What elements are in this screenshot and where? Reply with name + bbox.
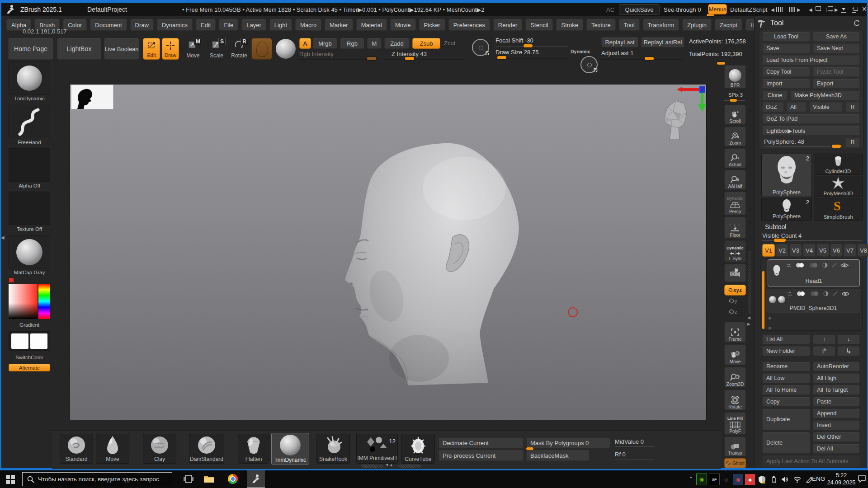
capture-tray-icon[interactable]: ◌ [722, 474, 731, 485]
adjust-last-slider[interactable]: AdjustLast 1 [601, 50, 634, 56]
list-all-button[interactable]: List All [762, 334, 810, 344]
adjust-last-track[interactable] [601, 59, 683, 59]
rotate-button[interactable]: R Rotate [229, 39, 250, 60]
subtool-item-pm3d-sphere[interactable]: PM3D_Sphere3D1 [766, 288, 861, 314]
m-button[interactable]: M [367, 38, 382, 49]
polysphere-slider[interactable]: PolySphere. 48 [764, 138, 804, 145]
polypaint-icon[interactable] [795, 263, 805, 268]
switch-color-swatches[interactable] [9, 331, 50, 351]
brush-imm-primitives[interactable]: 12 IMM PrimitivesH [356, 434, 398, 464]
zcut-button[interactable]: Zcut [444, 40, 455, 47]
wifi-tray-icon[interactable] [792, 474, 802, 485]
visibility-eye-icon[interactable] [841, 291, 849, 296]
subtool-up-button[interactable]: ↑ [813, 334, 835, 344]
autoreorder-button[interactable]: AutoReorder [813, 361, 860, 371]
nvidia-tray-icon[interactable]: ◉ [696, 474, 707, 485]
sv-square[interactable] [9, 284, 38, 319]
tab-v3[interactable]: V3 [789, 244, 802, 257]
archive-tray-icon[interactable]: ▣ [733, 474, 743, 485]
hue-strip[interactable] [38, 284, 50, 319]
import-button[interactable]: Import [762, 79, 810, 89]
persp-button[interactable]: Dynamic Persp [724, 192, 746, 215]
goz-button[interactable]: GoZ [762, 102, 784, 112]
flatten-subtool-icon[interactable] [786, 263, 792, 267]
dynamic-mode-button[interactable]: D [580, 56, 598, 73]
tray-divider-handle[interactable] [717, 62, 725, 65]
menus-button[interactable]: Menus [708, 4, 727, 14]
spix-handle[interactable] [730, 99, 737, 102]
usb-tray-icon[interactable] [769, 474, 778, 485]
append-button[interactable]: Append [813, 408, 860, 418]
transp-button[interactable]: Transp [724, 436, 746, 456]
current-alpha-thumb[interactable] [9, 148, 50, 182]
menu-light[interactable]: Light [269, 19, 292, 31]
default-zscript-button[interactable]: DefaultZScript [730, 6, 767, 13]
see-through-slider[interactable]: See-through 0 [664, 6, 701, 13]
adjust-last-handle[interactable] [645, 57, 654, 60]
replay-last-rel-button[interactable]: ReplayLastRel [641, 37, 684, 47]
delete-button[interactable]: Delete [762, 432, 810, 454]
decimate-current-button[interactable]: Decimate Current [439, 437, 524, 448]
subtool-down-button[interactable]: ↓ [837, 334, 860, 344]
paintbrush-icon[interactable] [832, 291, 838, 296]
move-button[interactable]: M Move [183, 39, 203, 60]
draw-button[interactable]: Draw [162, 38, 179, 60]
mask-by-polygroups-button[interactable]: Mask By Polygroups 0 [526, 437, 610, 448]
menu-draw[interactable]: Draw [130, 19, 154, 31]
tab-v7[interactable]: V7 [844, 244, 856, 257]
current-material-thumb[interactable] [9, 235, 50, 268]
polysphere-track[interactable] [764, 146, 842, 147]
shelf-scroll-left-arrow[interactable]: ◀ [747, 315, 750, 320]
paste-subtool-button[interactable]: Paste [813, 397, 860, 407]
goz-all-button[interactable]: All [787, 102, 807, 112]
brush-damstandard[interactable]: DamStandard [189, 434, 224, 464]
subtool-scrollbar[interactable] [762, 271, 764, 329]
tray-chevron-icon[interactable]: ⌃ [689, 476, 693, 482]
tool-thumb-cylinder3d[interactable]: Cylinder3D [814, 154, 863, 175]
main-color-swatch[interactable] [11, 333, 28, 349]
save-button[interactable]: Save [762, 43, 810, 53]
menu-texture[interactable]: Texture [586, 19, 616, 31]
new-folder-button[interactable]: New Folder [762, 346, 810, 356]
local-symmetry-button[interactable]: Dynamic L.Sym [724, 240, 746, 262]
polypaint-icon[interactable] [796, 291, 806, 296]
brush-curvetube[interactable]: CurveTube [401, 434, 435, 464]
brush-clay[interactable]: Clay [143, 434, 176, 464]
close-button[interactable]: ✕ [862, 5, 867, 13]
zsub-button[interactable]: Zsub [412, 38, 440, 49]
chrome-button[interactable] [228, 474, 238, 484]
save-next-button[interactable]: Save Next [813, 43, 860, 53]
rgb-intensity-track[interactable] [299, 59, 375, 59]
move3d-button[interactable]: Move [724, 344, 746, 365]
rf-slider[interactable]: Rf 0 [615, 451, 626, 458]
zbrush-taskbar-button[interactable] [247, 470, 265, 488]
tool-thumb-polysphere[interactable]: 2 PolySphere [761, 154, 812, 197]
zoom3d-button[interactable]: Zoom3D [724, 367, 746, 388]
scale-button[interactable]: S Scale [206, 39, 227, 60]
menu-preferences[interactable]: Preferences [448, 19, 490, 31]
doc-cascade-right-icon[interactable]: ▶ [826, 6, 838, 13]
midvalue-slider[interactable]: MidValue 0 [615, 438, 644, 445]
gz-rotate-button[interactable]: z [729, 309, 737, 314]
all-low-button[interactable]: All Low [762, 373, 810, 383]
menu-zplugin[interactable]: Zplugin [682, 19, 712, 31]
start-button[interactable] [6, 475, 15, 484]
all-to-home-button[interactable]: All To Home [762, 385, 810, 395]
z-intensity-handle[interactable] [405, 57, 414, 60]
zoom-button[interactable]: Zoom [724, 127, 746, 146]
bpr-button[interactable]: BPR [724, 65, 746, 89]
zadd-button[interactable]: Zadd [384, 38, 410, 49]
volume-tray-icon[interactable] [780, 474, 790, 485]
live-boolean-button[interactable]: Live Boolean [104, 38, 139, 60]
current-stroke-thumb[interactable] [9, 105, 50, 138]
clock[interactable]: 5:22 24.09.2025 [826, 472, 856, 486]
z-intensity-slider[interactable]: Z Intensity 43 [392, 51, 427, 57]
edit-button[interactable]: Edit [143, 38, 160, 60]
tab-v8[interactable]: V8 [857, 244, 868, 257]
draw-size-handle[interactable] [497, 56, 506, 59]
z-intensity-track[interactable] [383, 59, 464, 59]
color-picker[interactable] [9, 277, 50, 320]
load-tool-button[interactable]: Load Tool [762, 32, 810, 42]
shelf-scroll-right-arrow[interactable]: ▶ [747, 322, 750, 326]
draw-size-track[interactable] [495, 58, 568, 58]
